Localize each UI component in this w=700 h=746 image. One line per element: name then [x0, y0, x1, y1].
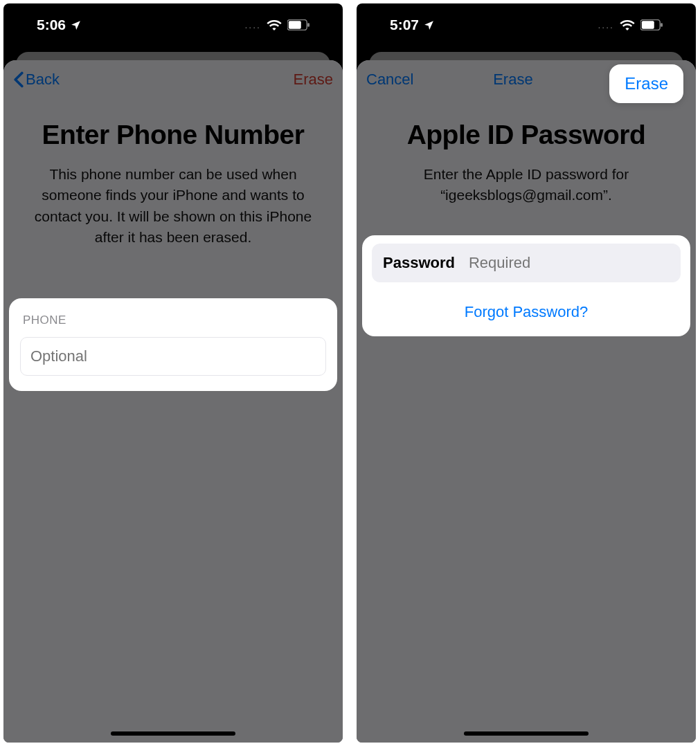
modal-sheet: Back Erase Enter Phone Number This phone… — [3, 60, 343, 743]
home-indicator[interactable] — [111, 731, 235, 736]
phone-screen-right: 5:07 .... Cancel Erase Erase Apple ID Pa… — [357, 3, 696, 743]
battery-icon — [640, 19, 663, 30]
forgot-password-link[interactable]: Forgot Password? — [372, 282, 681, 321]
location-icon — [70, 19, 82, 31]
location-icon — [423, 19, 435, 31]
signal-dots-icon: .... — [244, 19, 261, 30]
battery-icon — [287, 19, 309, 30]
status-bar: 5:07 .... — [357, 3, 696, 46]
modal-sheet: Cancel Erase Erase Apple ID Password Ent… — [357, 60, 696, 743]
svg-rect-4 — [642, 21, 654, 28]
erase-button[interactable]: Erase — [609, 64, 683, 103]
dim-overlay — [357, 60, 696, 743]
svg-rect-5 — [661, 23, 663, 27]
phone-card: PHONE — [9, 298, 337, 391]
phone-screen-left: 5:06 .... Back Erase Enter Phone Number … — [3, 3, 343, 743]
wifi-icon — [620, 19, 635, 30]
dim-overlay — [3, 60, 343, 743]
svg-rect-1 — [289, 21, 301, 28]
phone-input[interactable] — [20, 337, 326, 376]
password-card: Password Forgot Password? — [362, 235, 690, 336]
svg-rect-2 — [307, 23, 309, 27]
signal-dots-icon: .... — [598, 19, 614, 30]
password-label: Password — [383, 254, 455, 272]
status-bar: 5:06 .... — [3, 3, 343, 46]
status-time: 5:07 — [390, 17, 419, 33]
home-indicator[interactable] — [464, 731, 589, 736]
password-row: Password — [372, 244, 681, 282]
password-input[interactable] — [469, 254, 670, 272]
status-time: 5:06 — [37, 17, 66, 33]
wifi-icon — [267, 19, 282, 30]
phone-section-label: PHONE — [20, 309, 326, 337]
